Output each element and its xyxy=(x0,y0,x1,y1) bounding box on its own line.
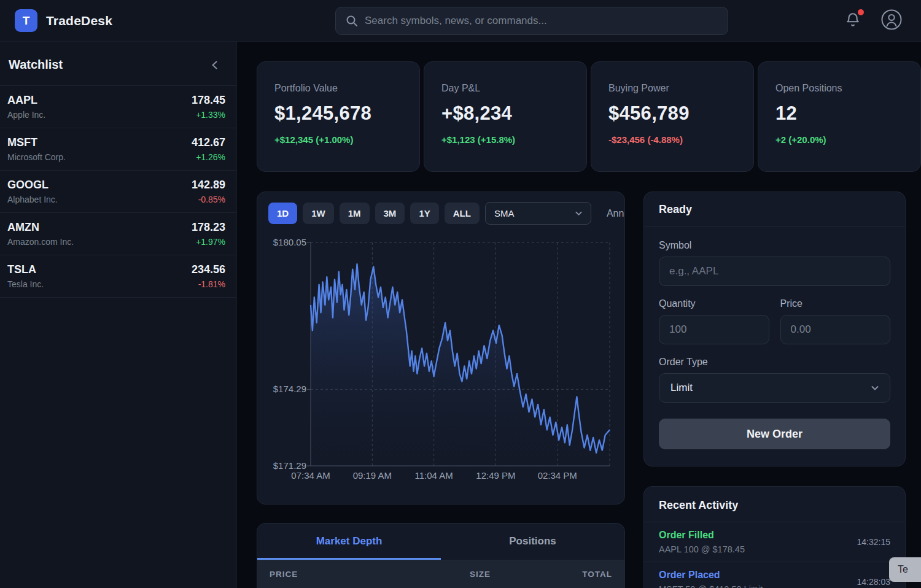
stat-value: $1,245,678 xyxy=(274,103,402,125)
watchlist-row-msft[interactable]: MSFT Microsoft Corp. 412.67 +1.26% xyxy=(0,128,236,171)
brand: T TradeDesk xyxy=(15,9,237,32)
quantity-field[interactable] xyxy=(659,315,769,344)
chevron-down-icon xyxy=(870,383,880,393)
new-order-button[interactable]: New Order xyxy=(659,419,890,449)
price: 178.45 xyxy=(192,94,225,107)
svg-text:09:19 AM: 09:19 AM xyxy=(353,470,392,481)
stat-change: +$1,123 (+15.8%) xyxy=(441,134,569,145)
market-depth-panel: Market Depth Positions PRICE SIZE TOTAL xyxy=(257,523,625,588)
price: 142.89 xyxy=(192,179,225,191)
activity-time: 14:28:03 xyxy=(857,577,891,587)
change: -1.81% xyxy=(192,279,225,289)
stat-label: Open Positions xyxy=(775,83,903,94)
watchlist-row-aapl[interactable]: AAPL Apple Inc. 178.45 +1.33% xyxy=(0,86,236,128)
account-button[interactable] xyxy=(880,9,903,33)
watchlist-row-tsla[interactable]: TSLA Tesla Inc. 234.56 -1.81% xyxy=(0,255,236,298)
collapse-sidebar-button[interactable] xyxy=(209,60,220,71)
depth-table-header: PRICE SIZE TOTAL xyxy=(257,560,624,588)
chart-body: $180.05$174.29$171.2907:34 AM09:19 AM11:… xyxy=(257,231,625,502)
main-content: Portfolio Value $1,245,678 +$12,345 (+1.… xyxy=(237,42,921,588)
tab-market-depth[interactable]: Market Depth xyxy=(257,524,441,560)
watchlist-title: Watchlist xyxy=(9,58,63,72)
stat-card-day-pnl: Day P&L +$8,234 +$1,123 (+15.8%) xyxy=(424,61,587,172)
svg-text:11:04 AM: 11:04 AM xyxy=(415,470,453,481)
header-icons xyxy=(845,9,903,33)
activity-event: Order Filled xyxy=(659,530,745,541)
stat-value: $456,789 xyxy=(608,103,736,125)
chart-toolbar: 1D 1W 1M 3M 1Y ALL SMA Anno xyxy=(257,192,624,231)
symbol-label: Symbol xyxy=(659,240,890,251)
price-chart-panel: 1D 1W 1M 3M 1Y ALL SMA Anno xyxy=(257,191,625,505)
activity-detail: MSFT 50 @ $412.50 Limit xyxy=(659,584,763,588)
recent-activity-panel: Recent Activity Order Filled AAPL 100 @ … xyxy=(643,486,906,588)
global-search[interactable] xyxy=(335,7,728,35)
price: 412.67 xyxy=(192,136,225,149)
indicator-value: SMA xyxy=(494,208,515,219)
watchlist-row-amzn[interactable]: AMZN Amazon.com Inc. 178.23 +1.97% xyxy=(0,213,236,255)
depth-tabbar: Market Depth Positions xyxy=(257,524,624,560)
stat-change: +$12,345 (+1.00%) xyxy=(274,134,402,145)
symbol: TSLA xyxy=(7,263,44,276)
activity-item[interactable]: Order Filled AAPL 100 @ $178.45 14:32:15 xyxy=(644,522,905,562)
notifications-button[interactable] xyxy=(845,12,861,30)
indicator-select[interactable]: SMA xyxy=(485,202,591,225)
timeframe-button-1m[interactable]: 1M xyxy=(340,203,370,224)
price-chart-svg[interactable]: $180.05$174.29$171.2907:34 AM09:19 AM11:… xyxy=(257,231,625,502)
activity-item[interactable]: Order Placed MSFT 50 @ $412.50 Limit 14:… xyxy=(644,562,905,588)
change: -0.85% xyxy=(192,195,225,204)
notification-dot xyxy=(858,9,864,15)
svg-text:$180.05: $180.05 xyxy=(273,237,306,247)
user-avatar-icon xyxy=(880,9,903,31)
order-type-select[interactable]: Limit xyxy=(659,373,890,403)
column-price: PRICE xyxy=(270,570,384,588)
tab-positions[interactable]: Positions xyxy=(441,524,624,560)
app-title: TradeDesk xyxy=(46,14,112,28)
company-name: Amazon.com Inc. xyxy=(7,237,74,247)
svg-text:12:49 PM: 12:49 PM xyxy=(476,470,515,481)
svg-text:$171.29: $171.29 xyxy=(273,460,306,471)
chart-generated: $180.05$174.29$171.2907:34 AM09:19 AM11:… xyxy=(273,237,610,481)
timeframe-button-1w[interactable]: 1W xyxy=(303,203,334,224)
toast-clipped[interactable]: Te xyxy=(889,557,921,582)
order-type-value: Limit xyxy=(670,382,693,394)
svg-text:$174.29: $174.29 xyxy=(273,384,306,394)
activity-detail: AAPL 100 @ $178.45 xyxy=(659,544,745,554)
symbol: MSFT xyxy=(7,136,66,149)
search-input[interactable] xyxy=(365,15,718,27)
watchlist-sidebar: Watchlist AAPL Apple Inc. 178.45 +1.33% … xyxy=(0,42,237,588)
stat-label: Buying Power xyxy=(608,83,736,94)
stat-card-open-positions: Open Positions 12 +2 (+20.0%) xyxy=(758,61,921,172)
stat-label: Day P&L xyxy=(441,83,569,94)
search-icon xyxy=(346,15,358,27)
price-field[interactable] xyxy=(780,315,891,344)
symbol-field[interactable] xyxy=(659,257,890,286)
stats-row: Portfolio Value $1,245,678 +$12,345 (+1.… xyxy=(257,61,921,172)
watchlist-row-googl[interactable]: GOOGL Alphabet Inc. 142.89 -0.85% xyxy=(0,171,236,213)
price: 234.56 xyxy=(192,263,225,276)
svg-text:02:34 PM: 02:34 PM xyxy=(538,470,577,481)
timeframe-button-all[interactable]: ALL xyxy=(445,203,480,224)
chevron-left-icon xyxy=(209,60,220,71)
stat-change: -$23,456 (-4.88%) xyxy=(608,134,736,145)
search-area xyxy=(237,7,826,35)
price: 178.23 xyxy=(192,221,225,234)
company-name: Alphabet Inc. xyxy=(7,195,58,204)
order-status: Ready xyxy=(644,192,905,226)
change: +1.33% xyxy=(192,110,225,120)
order-type-label: Order Type xyxy=(659,357,890,368)
price-label: Price xyxy=(780,298,891,309)
stat-card-portfolio-value: Portfolio Value $1,245,678 +$12,345 (+1.… xyxy=(257,61,420,172)
top-bar: T TradeDesk xyxy=(0,0,921,42)
stat-change: +2 (+20.0%) xyxy=(775,134,903,145)
app-logo[interactable]: T xyxy=(15,9,37,32)
quantity-label: Quantity xyxy=(659,298,769,309)
toast-text: Te xyxy=(898,564,908,575)
timeframe-button-1d[interactable]: 1D xyxy=(268,203,297,224)
company-name: Microsoft Corp. xyxy=(7,152,66,162)
company-name: Apple Inc. xyxy=(7,110,45,120)
timeframe-button-1y[interactable]: 1Y xyxy=(410,203,438,224)
column-size: SIZE xyxy=(384,570,498,588)
annotations-label-clipped[interactable]: Anno xyxy=(607,208,624,219)
timeframe-button-3m[interactable]: 3M xyxy=(375,203,405,224)
change: +1.26% xyxy=(192,152,225,162)
